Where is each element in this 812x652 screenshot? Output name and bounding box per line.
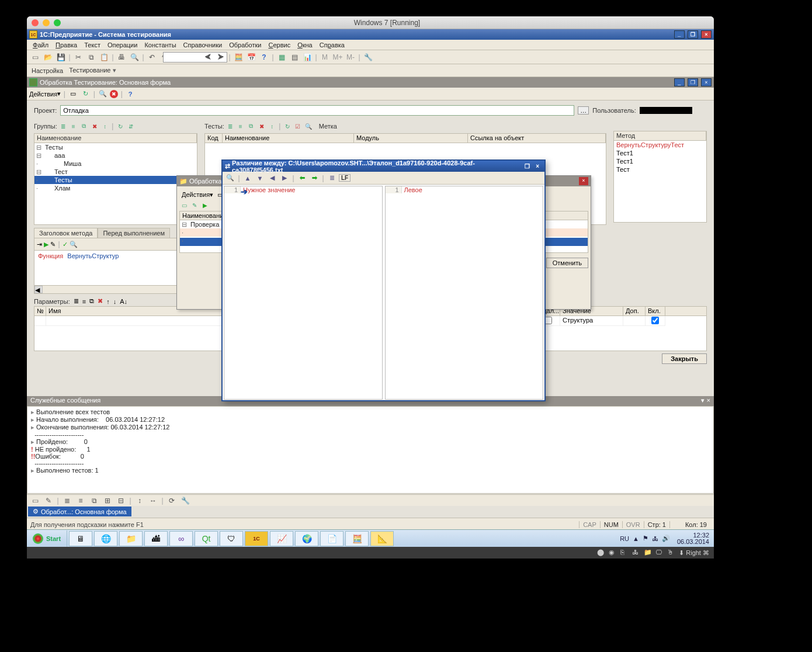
params-add-icon[interactable]: ≣ xyxy=(74,297,79,305)
params-edit-icon[interactable]: ≡ xyxy=(82,298,86,305)
tree-item[interactable]: Тест xyxy=(34,168,197,176)
tests-refresh-icon[interactable]: ↻ xyxy=(283,122,292,131)
bookmark-m-icon[interactable]: M xyxy=(319,51,331,63)
taskbar-item-doc[interactable]: 📄 xyxy=(320,531,343,546)
mdi-maximize-button[interactable]: ❐ xyxy=(688,78,698,86)
bt-icon[interactable]: ⊟ xyxy=(115,495,127,507)
groups-refresh-icon[interactable]: ↻ xyxy=(116,122,125,131)
param-value-cell[interactable]: Структура xyxy=(560,316,623,326)
tree-item[interactable]: Хлам xyxy=(34,184,197,192)
menu-text[interactable]: Текст xyxy=(81,40,104,50)
form-icon[interactable]: ▤ xyxy=(289,51,300,63)
actions-dropdown[interactable]: Действия ▾ xyxy=(29,90,61,98)
param-incl-checkbox[interactable] xyxy=(651,317,659,324)
save-icon[interactable]: 💾 xyxy=(55,51,67,63)
taskbar-item-chrome[interactable]: 🌐 xyxy=(94,531,117,546)
menu-file[interactable]: Файл xyxy=(29,40,52,50)
obr-edit-icon[interactable]: ✎ xyxy=(190,200,199,210)
mac-close-button[interactable] xyxy=(32,19,39,26)
action-stop-icon[interactable]: ✖ xyxy=(110,90,118,98)
params-sort-icon[interactable]: A↓ xyxy=(120,298,127,305)
menu-edit[interactable]: Правка xyxy=(52,40,81,50)
bt-icon[interactable]: ↔ xyxy=(147,495,159,507)
find-prev-icon[interactable]: ⮜ xyxy=(202,51,214,63)
diff-prev-icon[interactable]: ⬅ xyxy=(297,173,307,183)
params-del-icon[interactable]: ✖ xyxy=(98,297,103,305)
taskbar-item-folder[interactable]: 📁 xyxy=(119,531,143,546)
action-select-icon[interactable]: ▭ xyxy=(68,89,78,99)
taskbar-item-chart[interactable]: 📈 xyxy=(270,531,293,546)
tests-add-icon[interactable]: ≣ xyxy=(225,122,235,131)
bt-icon[interactable]: 🔧 xyxy=(179,495,191,507)
undo-icon[interactable]: ↶ xyxy=(146,51,158,63)
app-close-button[interactable]: × xyxy=(701,30,712,39)
tests-delete-icon[interactable]: ✖ xyxy=(257,122,266,131)
log-pin-button[interactable]: ▾ xyxy=(701,397,705,405)
tray-clock[interactable]: 12:3206.03.2014 xyxy=(677,532,709,545)
bt-icon[interactable]: ↕ xyxy=(134,495,145,507)
taskbar-item-1c[interactable]: 1C xyxy=(245,531,268,546)
diff-right-pane[interactable]: 1Левое xyxy=(385,186,544,400)
tray-up-icon[interactable]: ▲ xyxy=(633,535,639,542)
close-button[interactable]: Закрыть xyxy=(662,353,707,364)
obr-cancel-button[interactable]: Отменить xyxy=(546,258,588,268)
obr-run-icon[interactable]: ▶ xyxy=(200,200,210,210)
tests-edit-icon[interactable]: ≡ xyxy=(236,122,245,131)
groups-edit-icon[interactable]: ≡ xyxy=(69,122,78,131)
groups-add-icon[interactable]: ≣ xyxy=(58,122,68,131)
taskbar-item-explorer[interactable]: 🖥 xyxy=(69,531,92,546)
code-indent-icon[interactable]: ⇥ xyxy=(37,241,42,248)
new-icon[interactable]: ▭ xyxy=(29,51,41,63)
menu-windows[interactable]: Окна xyxy=(294,40,316,50)
taskbar-item-qt[interactable]: Qt xyxy=(195,531,218,546)
preview-icon[interactable]: 🔍 xyxy=(129,51,140,63)
method-item[interactable]: Тест1 xyxy=(614,149,706,157)
help-icon[interactable]: ? xyxy=(258,51,270,63)
project-input[interactable] xyxy=(60,105,574,116)
code-editor[interactable]: Функция ВернутьСтруктур xyxy=(34,251,197,286)
bt-icon[interactable]: ⟳ xyxy=(166,495,178,507)
bt-icon[interactable]: ≡ xyxy=(75,495,86,507)
diff-find-icon[interactable]: 🔍 xyxy=(225,173,235,183)
grid-icon[interactable]: ▦ xyxy=(276,51,287,63)
obr-actions-dropdown[interactable]: Действия ▾ xyxy=(182,191,213,199)
obr-add-icon[interactable]: ▭ xyxy=(179,200,189,210)
taskbar-item-globe[interactable]: 🌍 xyxy=(295,531,318,546)
copy-icon[interactable]: ⧉ xyxy=(85,51,97,63)
settings-link[interactable]: Настройка xyxy=(32,67,63,74)
diff-copy-right-icon[interactable]: ▶ xyxy=(279,173,290,183)
mdi-minimize-button[interactable]: _ xyxy=(674,78,685,86)
project-select-button[interactable]: … xyxy=(578,106,589,115)
mac-minimize-button[interactable] xyxy=(43,19,50,26)
method-item[interactable]: Тест1 xyxy=(614,157,706,165)
cut-icon[interactable]: ✂ xyxy=(72,51,84,63)
method-item[interactable]: Тест xyxy=(614,165,706,174)
mac-zoom-button[interactable] xyxy=(54,19,61,26)
bt-icon[interactable]: ⧉ xyxy=(88,495,100,507)
diff-down-icon[interactable]: ▼ xyxy=(255,173,265,183)
taskbar-item-vs[interactable]: ∞ xyxy=(169,531,193,546)
tray-vol-icon[interactable]: 🔊 xyxy=(662,535,670,542)
start-button[interactable]: Start xyxy=(27,530,67,547)
app-maximize-button[interactable]: ❐ xyxy=(688,30,698,39)
menu-service[interactable]: Сервис xyxy=(265,40,294,50)
bt-icon[interactable]: ▭ xyxy=(29,495,41,507)
menu-operations[interactable]: Операции xyxy=(104,40,141,50)
methods-list[interactable]: ВернутьСтруктуруТест Тест1 Тест1 Тест xyxy=(613,141,707,223)
tab-method-header[interactable]: Заголовок метода xyxy=(34,228,98,238)
code-check-icon[interactable]: ✓ xyxy=(63,241,68,248)
action-help-icon[interactable]: ? xyxy=(125,89,136,99)
tools-icon[interactable]: 🔧 xyxy=(362,51,374,63)
diff-close-button[interactable]: × xyxy=(533,162,542,171)
calc-icon[interactable]: 🧮 xyxy=(233,51,244,63)
method-item[interactable]: ВернутьСтруктуруТест xyxy=(614,141,706,149)
print-icon[interactable]: 🖶 xyxy=(116,51,127,63)
action-find-icon[interactable]: 🔍 xyxy=(98,89,108,99)
tree-item[interactable]: ааа xyxy=(34,151,197,159)
taskbar-item-calc[interactable]: 🧮 xyxy=(345,531,369,546)
menu-constants[interactable]: Константы xyxy=(141,40,179,50)
code-debug-icon[interactable]: ✎ xyxy=(50,241,55,248)
testing-dropdown[interactable]: Тестирование xyxy=(69,67,116,74)
tray-net-icon[interactable]: 🖧 xyxy=(652,535,658,542)
log-body[interactable]: ▸ Выполнение всех тестов ▸ Начало выполн… xyxy=(27,406,714,494)
